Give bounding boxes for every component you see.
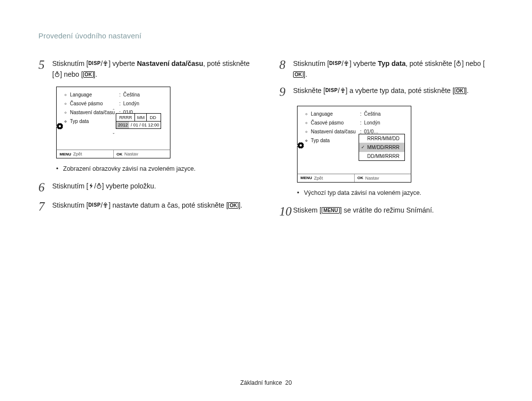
disp-icon: DISP bbox=[88, 201, 100, 209]
section-header: Provedení úvodního nastavení bbox=[38, 31, 494, 40]
svg-rect-6 bbox=[63, 126, 64, 126]
camera-display-datatype: Language:Čeština Časové pásmo:Londýn Nas… bbox=[297, 106, 411, 183]
ok-icon: OK bbox=[83, 71, 94, 78]
step-9: 9 Stiskněte [DISP/] a vyberte typ data, … bbox=[279, 86, 494, 98]
step10-pre: Stiskem bbox=[293, 206, 320, 214]
step-number: 7 bbox=[38, 200, 52, 213]
datatype-popup: RRRR/MM/DD ✓MM/DD/RRRR DD/MM/RRRR bbox=[359, 134, 405, 161]
note-bullet-1: •Zobrazení obrazovky závisí na zvoleném … bbox=[56, 165, 253, 172]
macro-icon bbox=[102, 61, 108, 66]
svg-point-10 bbox=[299, 144, 301, 146]
step5-or: nebo bbox=[62, 70, 81, 78]
svg-rect-5 bbox=[56, 126, 57, 126]
gear-icon bbox=[56, 123, 64, 130]
menu-row-language: Language:Čeština bbox=[300, 111, 408, 117]
step5-tail: , poté stiskněte bbox=[203, 60, 250, 67]
step10-tail: se vrátíte do režimu Snímání. bbox=[342, 206, 434, 214]
timer-icon bbox=[96, 183, 102, 189]
footer-back: Zpět bbox=[314, 176, 323, 181]
note-bullet-2: •Výchozí typ data závisí na voleném jazy… bbox=[297, 189, 494, 196]
step6-tail: vyberte položku. bbox=[104, 182, 156, 190]
datetime-edit-box: RRRR MM DD 2012 / 01 / 01 12:00 bbox=[116, 113, 161, 129]
macro-icon bbox=[340, 88, 346, 93]
check-icon: ✓ bbox=[361, 145, 365, 150]
arrow-down-icon: ˇ bbox=[113, 133, 114, 138]
step6-pre: Stisknutím bbox=[52, 182, 86, 190]
step-8: 8 Stisknutím [DISP/] vyberte Typ data, p… bbox=[279, 59, 494, 80]
timer-icon bbox=[456, 61, 462, 66]
ok-key-icon: OK bbox=[117, 152, 123, 156]
arrow-up-icon: ˆ bbox=[113, 109, 114, 114]
svg-rect-12 bbox=[300, 148, 301, 149]
ok-icon: OK bbox=[293, 71, 303, 78]
footer-set: Nastav bbox=[366, 176, 379, 181]
step5-bold: Nastavení data/času bbox=[137, 60, 203, 67]
step-number: 5 bbox=[38, 59, 52, 71]
menu-key-icon: MENU bbox=[60, 152, 71, 156]
ok-icon: OK bbox=[455, 88, 465, 94]
step9-mid: a vyberte typ data, poté stiskněte bbox=[348, 87, 453, 94]
step5-mid: vyberte bbox=[110, 60, 137, 67]
disp-icon: DISP bbox=[329, 60, 341, 67]
menu-key-icon: MENU bbox=[300, 176, 312, 180]
year-selected: 2012 bbox=[116, 122, 129, 128]
disp-icon: DISP bbox=[325, 87, 337, 94]
menu-row-timezone: Časové pásmo:Londýn bbox=[300, 120, 408, 126]
footer-set: Nastav bbox=[125, 152, 138, 156]
display-footer: MENUZpět OKNastav bbox=[56, 150, 170, 158]
svg-rect-4 bbox=[60, 129, 60, 130]
datatype-option-c: DD/MM/RRRR bbox=[359, 152, 404, 160]
step-5: 5 Stisknutím [DISP/] vyberte Nastavení d… bbox=[38, 59, 253, 80]
step7-mid: nastavte datum a čas, poté stiskněte bbox=[110, 201, 226, 209]
step8-or: nebo bbox=[464, 60, 483, 67]
col-year: RRRR bbox=[116, 114, 135, 121]
step8-bold: Typ data bbox=[378, 60, 406, 67]
step-number: 9 bbox=[279, 86, 293, 98]
svg-rect-13 bbox=[297, 145, 298, 145]
menu-icon: MENU bbox=[322, 207, 340, 214]
step8-end: . bbox=[305, 70, 307, 78]
step7-end: . bbox=[240, 201, 242, 209]
menu-row-timezone: Časové pásmo:Londýn bbox=[60, 101, 167, 107]
col-month: MM bbox=[135, 114, 147, 121]
macro-icon bbox=[343, 61, 349, 66]
svg-rect-11 bbox=[300, 142, 301, 143]
left-column: 5 Stisknutím [DISP/] vyberte Nastavení d… bbox=[38, 59, 253, 224]
disp-icon: DISP bbox=[88, 60, 100, 67]
datetime-rest: / 01 / 01 12:00 bbox=[129, 122, 161, 128]
step5-pre: Stisknutím bbox=[52, 60, 86, 67]
step5-end: . bbox=[96, 70, 98, 78]
step-number: 6 bbox=[38, 181, 52, 194]
step7-pre: Stisknutím bbox=[52, 201, 86, 209]
ok-icon: OK bbox=[228, 202, 238, 209]
step-number: 10 bbox=[279, 205, 293, 218]
step-10: 10 Stiskem [MENU] se vrátíte do režimu S… bbox=[279, 205, 494, 218]
step8-tail: , poté stiskněte bbox=[406, 60, 454, 67]
step-6: 6 Stisknutím [/] vyberte položku. bbox=[38, 181, 253, 194]
col-day: DD bbox=[147, 114, 159, 121]
step-7: 7 Stisknutím [DISP/] nastavte datum a ča… bbox=[38, 200, 253, 213]
menu-row-language: Language:Čeština bbox=[60, 92, 167, 98]
step9-end: . bbox=[467, 87, 469, 94]
step8-pre: Stisknutím bbox=[293, 60, 327, 67]
page-footer: Základní funkce 20 bbox=[0, 379, 532, 386]
step-number: 8 bbox=[279, 59, 293, 71]
step8-mid: vyberte bbox=[351, 60, 378, 67]
flash-icon bbox=[88, 183, 94, 189]
camera-display-datetime: Language:Čeština Časové pásmo:Londýn Nas… bbox=[56, 87, 170, 158]
display-footer: MENUZpět OKNastav bbox=[297, 174, 411, 183]
gear-icon bbox=[297, 142, 304, 149]
macro-icon bbox=[102, 202, 108, 208]
footer-back: Zpět bbox=[73, 152, 82, 156]
datatype-option-b-selected: ✓MM/DD/RRRR bbox=[359, 143, 404, 152]
timer-icon bbox=[54, 71, 60, 77]
svg-point-2 bbox=[59, 125, 61, 127]
ok-key-icon: OK bbox=[358, 176, 364, 180]
svg-rect-14 bbox=[303, 145, 304, 145]
datatype-option-a: RRRR/MM/DD bbox=[359, 134, 404, 143]
step9-pre: Stiskněte bbox=[293, 87, 323, 94]
right-column: 8 Stisknutím [DISP/] vyberte Typ data, p… bbox=[279, 59, 494, 224]
svg-rect-3 bbox=[60, 123, 60, 123]
